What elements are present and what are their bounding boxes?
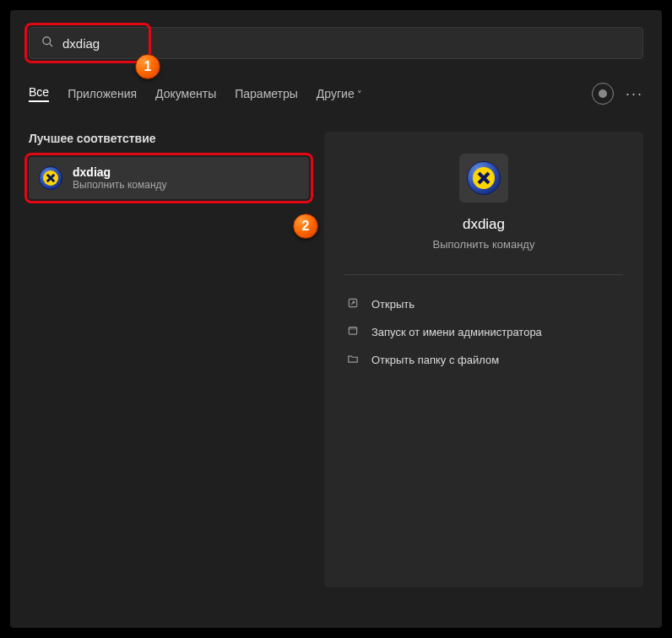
detail-icon-box: [459, 154, 508, 203]
detail-title: dxdiag: [344, 216, 623, 233]
detail-subtitle: Выполнить команду: [344, 238, 623, 251]
more-options-icon[interactable]: ···: [626, 85, 643, 103]
dxdiag-icon: [39, 166, 62, 190]
open-icon: [346, 297, 360, 311]
best-match-label: Лучшее соответствие: [29, 132, 309, 145]
annotation-badge-2: 2: [293, 214, 318, 239]
tab-apps[interactable]: Приложения: [68, 87, 137, 100]
svg-rect-4: [349, 327, 356, 329]
start-search-window: Все Приложения Документы Параметры Други…: [10, 10, 662, 628]
svg-point-0: [43, 37, 51, 45]
action-open[interactable]: Открыть: [344, 290, 623, 318]
action-admin-label: Запуск от имени администратора: [371, 326, 542, 338]
profile-icon[interactable]: [592, 83, 614, 105]
shield-icon: [346, 325, 360, 339]
search-bar-container: [29, 27, 643, 59]
svg-line-1: [49, 43, 52, 46]
dxdiag-icon: [467, 161, 501, 195]
filter-tabs: Все Приложения Документы Параметры Други…: [29, 83, 643, 105]
result-subtitle: Выполнить команду: [73, 179, 167, 191]
tab-settings[interactable]: Параметры: [235, 87, 298, 100]
search-icon: [41, 35, 54, 51]
divider: [344, 274, 623, 275]
action-open-label: Открыть: [371, 298, 415, 311]
annotation-badge-1: 1: [135, 54, 160, 79]
action-folder-label: Открыть папку с файлом: [371, 354, 499, 366]
result-title: dxdiag: [73, 165, 167, 179]
tab-more[interactable]: Другие: [317, 87, 362, 100]
tab-documents[interactable]: Документы: [155, 87, 216, 100]
details-panel: dxdiag Выполнить команду Открыть Запуск …: [324, 132, 643, 587]
action-open-folder[interactable]: Открыть папку с файлом: [344, 346, 623, 374]
folder-icon: [346, 353, 360, 367]
result-dxdiag[interactable]: dxdiag Выполнить команду: [29, 157, 309, 199]
tab-all[interactable]: Все: [29, 85, 49, 102]
search-box[interactable]: [29, 27, 643, 59]
search-input[interactable]: [62, 36, 631, 51]
results-column: Лучшее соответствие dxdiag Выполнить ком…: [29, 132, 309, 587]
action-run-as-admin[interactable]: Запуск от имени администратора: [344, 318, 623, 346]
